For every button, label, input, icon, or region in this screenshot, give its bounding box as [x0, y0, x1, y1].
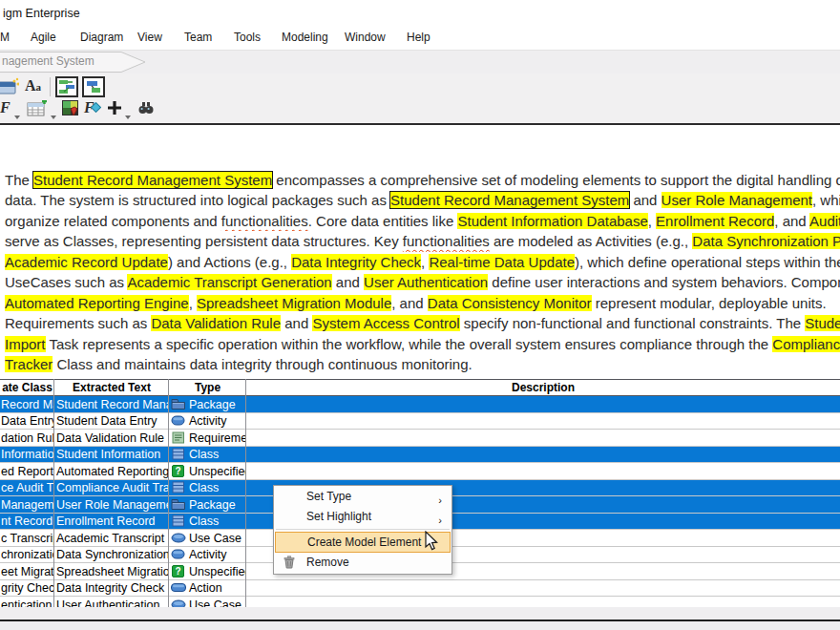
table-row[interactable]: InformatioStudent InformationClass — [0, 447, 840, 464]
highlighted-term[interactable]: Audit Trail — [809, 213, 840, 229]
column-divider — [53, 379, 54, 607]
menu-item-team[interactable]: Team — [184, 31, 212, 44]
highlighted-term[interactable]: Academic Transcript Generation — [127, 274, 331, 290]
add-element-dropdown-icon[interactable] — [124, 107, 132, 124]
candidate-class-cell: Data Entry — [1, 414, 53, 429]
paragraph-text: , — [189, 295, 197, 311]
context-menu-item-set-highlight[interactable]: Set Highlight› — [275, 507, 451, 527]
menu-item-diagram[interactable]: Diagram — [80, 31, 123, 44]
menu-item-tools[interactable]: Tools — [234, 31, 261, 44]
highlighted-term[interactable]: Tracker — [5, 356, 52, 372]
format-painter-icon[interactable]: F — [84, 99, 101, 116]
class-icon — [171, 448, 189, 461]
type-cell: Use Case — [171, 532, 245, 546]
extracted-text-cell: User Authentication — [56, 598, 168, 608]
paragraph-text: , — [648, 213, 656, 229]
type-label: Class — [189, 481, 219, 494]
highlighted-term[interactable]: Real-time Data Update — [429, 254, 575, 270]
type-cell: ?Unspecified — [171, 565, 245, 579]
extracted-text-cell: Compliance Audit Tra — [56, 481, 168, 495]
candidate-class-cell: nt Record — [1, 514, 53, 529]
context-menu-item-remove[interactable]: Remove — [275, 553, 451, 573]
candidate-class-cell: ce Audit T — [1, 481, 53, 495]
highlighted-term[interactable]: User Authentication — [364, 274, 488, 290]
table-add-icon[interactable] — [27, 100, 48, 121]
highlighted-term[interactable]: Student Information Database — [457, 213, 647, 229]
extracted-text-cell: Spreadsheet Migratio — [56, 565, 168, 579]
type-cell: Requirement — [171, 431, 245, 446]
add-element-icon[interactable] — [107, 100, 122, 119]
menu-item-agile[interactable]: Agile — [31, 31, 56, 44]
highlighted-term[interactable]: Automated Reporting Engine — [5, 295, 189, 311]
menu-item-modeling[interactable]: Modeling — [282, 31, 328, 44]
table-add-dropdown-icon[interactable] — [50, 107, 57, 124]
type-cell: ?Unspecified — [171, 465, 245, 479]
type-label: Package — [189, 398, 236, 411]
column-header-extracted-text[interactable]: Extracted Text — [54, 381, 169, 395]
text-analysis-paragraph: The Student Record Management System enc… — [5, 170, 840, 374]
highlighted-term[interactable]: Import — [5, 336, 46, 352]
type-label: Package — [189, 498, 236, 512]
highlighted-term[interactable]: User Role Management — [662, 192, 812, 208]
highlighted-term[interactable]: Data Integrity Check — [291, 254, 421, 270]
highlighted-term-selected[interactable]: Student Record Management System — [390, 192, 629, 208]
type-cell: Class — [171, 448, 245, 462]
paragraph-line: The Student Record Management System enc… — [5, 170, 840, 190]
highlighted-term[interactable]: Data Validation Rule — [151, 315, 281, 331]
extracted-text-cell: Enrollment Record — [56, 514, 168, 529]
new-model-icon[interactable] — [0, 77, 19, 100]
find-icon[interactable] — [137, 100, 155, 119]
candidate-class-cell: chronizatio — [1, 548, 53, 562]
highlighted-term[interactable]: Data Synchronization Process — [692, 233, 840, 249]
highlighted-term[interactable]: Student Data — [805, 315, 840, 331]
highlighted-term[interactable]: Academic Record Update — [5, 254, 168, 270]
candidate-class-cell: dation Rule — [1, 431, 53, 446]
paragraph-text: and — [332, 274, 364, 290]
highlighted-term[interactable]: Enrollment Record — [656, 213, 774, 229]
table-row[interactable]: ed ReportiAutomated Reporting?Unspecifie… — [0, 463, 840, 480]
type-cell: Use Case — [171, 598, 245, 608]
highlighted-term[interactable]: System Access Control — [312, 315, 459, 331]
column-header-description[interactable]: Description — [246, 381, 840, 395]
table-row[interactable]: Record MaStudent Record ManaPackage — [0, 396, 840, 413]
paragraph-text: Task represents a specific operation wit… — [46, 336, 773, 352]
paragraph-text: data. The system is structured into logi… — [5, 192, 390, 208]
menu-item-view[interactable]: View — [137, 31, 162, 44]
table-row[interactable]: enticationUser AuthenticationUse Case — [0, 597, 840, 607]
model-transitor-icon[interactable] — [55, 76, 78, 101]
menu-item-m[interactable]: M — [0, 31, 10, 44]
paragraph-text: specify non-functional and functional co… — [460, 315, 806, 331]
candidate-class-cell: Managem — [1, 498, 53, 513]
paragraph-text: and — [629, 192, 661, 208]
activity-icon — [171, 548, 189, 561]
table-row[interactable]: dation RuleData Validation RuleRequireme… — [0, 430, 840, 447]
highlighted-term-selected[interactable]: Student Record Management System — [33, 172, 272, 188]
color-palette-icon[interactable] — [61, 99, 80, 121]
column-header-type[interactable]: Type — [169, 381, 246, 395]
highlighted-term[interactable]: Data Consistency Monitor — [428, 295, 592, 311]
highlighted-term[interactable]: Compliance Audit — [772, 336, 840, 352]
spellcheck-word: functionalities — [403, 233, 490, 249]
type-label: Activity — [189, 548, 227, 561]
paragraph-text: ) and Actions (e.g., — [168, 254, 291, 270]
menu-item-window[interactable]: Window — [345, 31, 386, 44]
font-style-dropdown-icon[interactable] — [13, 107, 21, 124]
type-cell: Package — [171, 498, 245, 513]
font-style-icon[interactable]: F — [0, 99, 10, 116]
diagram-tab-label[interactable]: nagement System — [2, 54, 94, 68]
toolbar-separator — [50, 77, 51, 96]
class-icon — [171, 481, 189, 494]
menu-item-help[interactable]: Help — [407, 31, 430, 44]
type-cell: Action — [171, 581, 245, 596]
usecase-icon — [171, 532, 189, 545]
extracted-text-cell: Student Record Mana — [56, 398, 168, 412]
font-icon[interactable]: Aa — [25, 77, 41, 94]
highlighted-term[interactable]: Spreadsheet Migration Module — [197, 295, 391, 311]
context-menu-item-set-type[interactable]: Set Type› — [275, 487, 451, 507]
table-row[interactable]: Data EntryStudent Data EntryActivity — [0, 413, 840, 430]
diagram-overview-icon[interactable] — [82, 76, 105, 101]
title-bar: igm Enterprise — [0, 0, 840, 26]
column-header-ate-class[interactable]: ate Class — [0, 381, 54, 395]
breadcrumb: nagement System — [0, 51, 840, 74]
table-row[interactable]: grity ChecData Integrity CheckAction — [0, 580, 840, 598]
